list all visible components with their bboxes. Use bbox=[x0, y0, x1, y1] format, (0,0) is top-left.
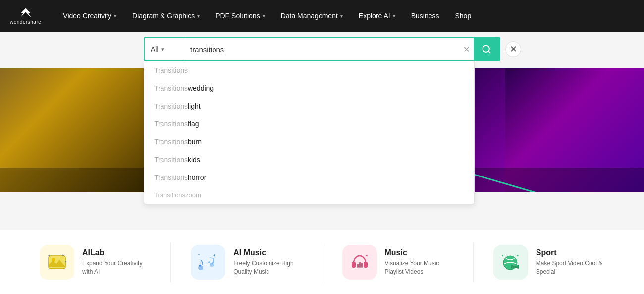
svg-rect-21 bbox=[359, 262, 361, 268]
dropdown-item-transitions-horror[interactable]: Transitions horror bbox=[144, 169, 474, 186]
card-music[interactable]: ✦ Music Visualize Your Music Playlist Vi… bbox=[342, 245, 453, 280]
clear-input-button[interactable]: ✕ bbox=[459, 45, 474, 54]
search-input[interactable] bbox=[184, 38, 459, 60]
search-bar: All ▾ ✕ ✕ bbox=[144, 37, 500, 61]
svg-rect-20 bbox=[357, 264, 359, 268]
svg-rect-19 bbox=[364, 262, 368, 268]
svg-text:✦: ✦ bbox=[213, 253, 216, 258]
chevron-down-icon: ▾ bbox=[393, 13, 395, 19]
sport-text: Sport Make Sport Video Cool & Special bbox=[536, 248, 604, 276]
chevron-down-icon: ▾ bbox=[114, 13, 116, 19]
dropdown-item-transitions-burn[interactable]: Transitions burn bbox=[144, 133, 474, 151]
close-search-button[interactable]: ✕ bbox=[505, 41, 521, 57]
search-button[interactable] bbox=[474, 38, 499, 60]
svg-point-6 bbox=[52, 258, 55, 262]
nav-item-video-creativity[interactable]: Video Creativity ▾ bbox=[56, 8, 123, 24]
svg-rect-27 bbox=[511, 265, 513, 269]
dropdown-item-transitions-wedding[interactable]: Transitions wedding bbox=[144, 79, 474, 97]
category-label: All bbox=[151, 45, 159, 53]
svg-point-14 bbox=[210, 263, 214, 267]
nav-items: Video Creativity ▾ Diagram & Graphics ▾ … bbox=[56, 8, 634, 24]
chevron-down-icon: ▾ bbox=[263, 13, 265, 19]
svg-text:✦: ✦ bbox=[501, 254, 504, 257]
svg-text:✦: ✦ bbox=[365, 254, 368, 257]
divider-3 bbox=[473, 242, 474, 282]
music-icon: ✦ bbox=[342, 245, 377, 280]
svg-rect-18 bbox=[352, 262, 356, 268]
sport-icon: ✦ ✦ bbox=[493, 245, 528, 280]
chevron-down-icon: ▾ bbox=[340, 13, 343, 19]
ailab-desc: Expand Your Creativity with AI bbox=[82, 259, 151, 276]
sport-desc: Make Sport Video Cool & Special bbox=[536, 259, 604, 276]
nav-item-diagram-graphics[interactable]: Diagram & Graphics ▾ bbox=[125, 8, 207, 24]
svg-rect-28 bbox=[517, 265, 519, 269]
music-title: Music bbox=[385, 248, 453, 257]
chevron-down-icon: ▾ bbox=[161, 46, 164, 53]
card-ailab[interactable]: ✦ ✦ ✦ AILab Expand Your Creativity with … bbox=[40, 245, 151, 280]
svg-rect-22 bbox=[361, 263, 363, 268]
search-container: All ▾ ✕ ✕ Transitions Transitions weddin… bbox=[144, 37, 500, 61]
aimusic-desc: Freely Customize High Quality Music bbox=[233, 259, 302, 276]
ailab-text: AILab Expand Your Creativity with AI bbox=[82, 248, 151, 276]
nav-item-explore-ai[interactable]: Explore AI ▾ bbox=[352, 8, 402, 24]
aimusic-icon: ♪ ♫ ✦ ✦ bbox=[191, 245, 225, 280]
logo[interactable]: wondershare bbox=[10, 7, 41, 25]
aimusic-title: AI Music bbox=[233, 248, 302, 257]
nav-item-shop[interactable]: Shop bbox=[448, 8, 478, 24]
card-sport[interactable]: ✦ ✦ Sport Make Sport Video Cool & Specia… bbox=[493, 245, 604, 280]
nav-item-pdf-solutions[interactable]: PDF Solutions ▾ bbox=[209, 8, 271, 24]
aimusic-text: AI Music Freely Customize High Quality M… bbox=[233, 248, 302, 276]
dropdown-item-transitions-flag[interactable]: Transitions flag bbox=[144, 115, 474, 133]
ailab-title: AILab bbox=[82, 248, 151, 257]
navbar: wondershare Video Creativity ▾ Diagram &… bbox=[0, 0, 644, 32]
dropdown-item-transitions[interactable]: Transitions bbox=[144, 61, 474, 79]
dropdown-item-transitions-light[interactable]: Transitions light bbox=[144, 97, 474, 115]
nav-item-business[interactable]: Business bbox=[404, 8, 446, 24]
logo-text: wondershare bbox=[10, 19, 41, 25]
svg-line-3 bbox=[488, 51, 490, 53]
nav-item-data-management[interactable]: Data Management ▾ bbox=[274, 8, 350, 24]
dropdown-item-transitions-kids[interactable]: Transitions kids bbox=[144, 151, 474, 169]
search-category-dropdown[interactable]: All ▾ bbox=[145, 38, 184, 60]
search-dropdown: Transitions Transitions wedding Transiti… bbox=[144, 61, 475, 204]
svg-text:✦: ✦ bbox=[516, 254, 519, 257]
svg-text:✦: ✦ bbox=[198, 253, 200, 256]
svg-text:✦: ✦ bbox=[61, 253, 65, 258]
music-text: Music Visualize Your Music Playlist Vide… bbox=[385, 248, 453, 276]
bottom-section: ✦ ✦ ✦ AILab Expand Your Creativity with … bbox=[0, 230, 644, 294]
svg-text:✦: ✦ bbox=[64, 260, 67, 263]
card-aimusic[interactable]: ♪ ♫ ✦ ✦ AI Music Freely Customize High Q… bbox=[191, 245, 302, 280]
divider-2 bbox=[322, 242, 322, 282]
divider-1 bbox=[170, 242, 171, 282]
ailab-icon: ✦ ✦ ✦ bbox=[40, 245, 74, 280]
music-desc: Visualize Your Music Playlist Videos bbox=[385, 259, 453, 276]
dropdown-item-transitions-zoom[interactable]: Transitions zoom bbox=[144, 186, 474, 204]
svg-point-13 bbox=[198, 265, 203, 270]
sport-title: Sport bbox=[536, 248, 604, 257]
chevron-down-icon: ▾ bbox=[197, 13, 200, 19]
svg-text:✦: ✦ bbox=[48, 254, 51, 257]
